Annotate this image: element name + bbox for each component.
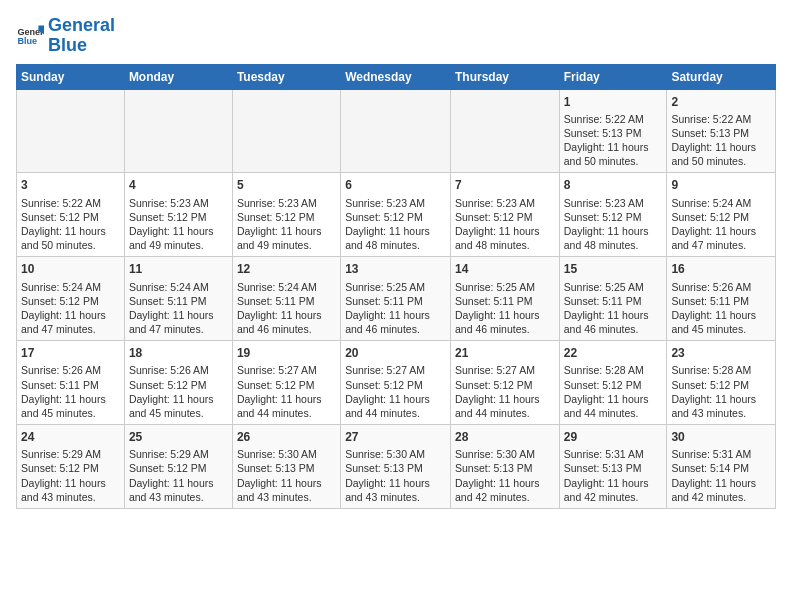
day-number: 9 <box>671 177 771 193</box>
calendar-cell: 18Sunrise: 5:26 AMSunset: 5:12 PMDayligh… <box>124 341 232 425</box>
calendar-cell: 27Sunrise: 5:30 AMSunset: 5:13 PMDayligh… <box>341 425 451 509</box>
day-info: Sunset: 5:13 PM <box>455 461 555 475</box>
calendar-cell: 1Sunrise: 5:22 AMSunset: 5:13 PMDaylight… <box>559 89 667 173</box>
calendar-cell: 15Sunrise: 5:25 AMSunset: 5:11 PMDayligh… <box>559 257 667 341</box>
day-info: Sunrise: 5:29 AM <box>21 447 120 461</box>
day-header-monday: Monday <box>124 64 232 89</box>
day-info: Sunrise: 5:27 AM <box>345 363 446 377</box>
day-info: Sunset: 5:13 PM <box>564 461 663 475</box>
day-info: Daylight: 11 hours and 46 minutes. <box>237 308 336 336</box>
day-info: Daylight: 11 hours and 50 minutes. <box>671 140 771 168</box>
day-number: 4 <box>129 177 228 193</box>
day-info: Sunset: 5:11 PM <box>455 294 555 308</box>
day-info: Sunrise: 5:28 AM <box>671 363 771 377</box>
day-info: Sunrise: 5:24 AM <box>237 280 336 294</box>
day-info: Daylight: 11 hours and 43 minutes. <box>237 476 336 504</box>
day-info: Sunset: 5:12 PM <box>564 378 663 392</box>
day-info: Daylight: 11 hours and 43 minutes. <box>671 392 771 420</box>
calendar-cell <box>232 89 340 173</box>
header: General Blue GeneralBlue <box>16 16 776 56</box>
calendar-cell: 23Sunrise: 5:28 AMSunset: 5:12 PMDayligh… <box>667 341 776 425</box>
day-info: Sunrise: 5:23 AM <box>345 196 446 210</box>
day-number: 7 <box>455 177 555 193</box>
calendar-cell: 20Sunrise: 5:27 AMSunset: 5:12 PMDayligh… <box>341 341 451 425</box>
calendar-cell: 4Sunrise: 5:23 AMSunset: 5:12 PMDaylight… <box>124 173 232 257</box>
day-number: 23 <box>671 345 771 361</box>
day-number: 26 <box>237 429 336 445</box>
calendar-cell: 3Sunrise: 5:22 AMSunset: 5:12 PMDaylight… <box>17 173 125 257</box>
day-header-friday: Friday <box>559 64 667 89</box>
calendar-cell: 29Sunrise: 5:31 AMSunset: 5:13 PMDayligh… <box>559 425 667 509</box>
day-info: Daylight: 11 hours and 44 minutes. <box>564 392 663 420</box>
day-info: Daylight: 11 hours and 46 minutes. <box>455 308 555 336</box>
day-info: Sunrise: 5:24 AM <box>671 196 771 210</box>
day-number: 5 <box>237 177 336 193</box>
calendar-cell: 5Sunrise: 5:23 AMSunset: 5:12 PMDaylight… <box>232 173 340 257</box>
day-info: Sunset: 5:13 PM <box>345 461 446 475</box>
calendar-cell: 17Sunrise: 5:26 AMSunset: 5:11 PMDayligh… <box>17 341 125 425</box>
week-row-2: 3Sunrise: 5:22 AMSunset: 5:12 PMDaylight… <box>17 173 776 257</box>
day-info: Sunrise: 5:27 AM <box>455 363 555 377</box>
calendar-cell: 22Sunrise: 5:28 AMSunset: 5:12 PMDayligh… <box>559 341 667 425</box>
day-info: Sunset: 5:11 PM <box>564 294 663 308</box>
day-info: Sunrise: 5:31 AM <box>564 447 663 461</box>
day-info: Sunset: 5:11 PM <box>671 294 771 308</box>
day-info: Daylight: 11 hours and 44 minutes. <box>237 392 336 420</box>
calendar-cell: 6Sunrise: 5:23 AMSunset: 5:12 PMDaylight… <box>341 173 451 257</box>
calendar-cell: 7Sunrise: 5:23 AMSunset: 5:12 PMDaylight… <box>450 173 559 257</box>
day-info: Sunrise: 5:22 AM <box>564 112 663 126</box>
day-info: Daylight: 11 hours and 42 minutes. <box>455 476 555 504</box>
day-info: Daylight: 11 hours and 48 minutes. <box>455 224 555 252</box>
logo: General Blue GeneralBlue <box>16 16 115 56</box>
header-row: SundayMondayTuesdayWednesdayThursdayFrid… <box>17 64 776 89</box>
day-number: 10 <box>21 261 120 277</box>
day-number: 13 <box>345 261 446 277</box>
day-number: 15 <box>564 261 663 277</box>
day-info: Sunset: 5:12 PM <box>345 210 446 224</box>
day-info: Daylight: 11 hours and 45 minutes. <box>671 308 771 336</box>
day-info: Sunrise: 5:24 AM <box>21 280 120 294</box>
day-info: Sunrise: 5:25 AM <box>564 280 663 294</box>
day-info: Sunset: 5:13 PM <box>564 126 663 140</box>
day-header-saturday: Saturday <box>667 64 776 89</box>
day-info: Sunrise: 5:29 AM <box>129 447 228 461</box>
day-number: 11 <box>129 261 228 277</box>
day-info: Sunset: 5:12 PM <box>21 461 120 475</box>
day-info: Daylight: 11 hours and 42 minutes. <box>671 476 771 504</box>
calendar-cell: 12Sunrise: 5:24 AMSunset: 5:11 PMDayligh… <box>232 257 340 341</box>
logo-text: GeneralBlue <box>48 16 115 56</box>
day-number: 25 <box>129 429 228 445</box>
day-info: Daylight: 11 hours and 47 minutes. <box>129 308 228 336</box>
day-number: 12 <box>237 261 336 277</box>
day-header-sunday: Sunday <box>17 64 125 89</box>
calendar-cell: 28Sunrise: 5:30 AMSunset: 5:13 PMDayligh… <box>450 425 559 509</box>
day-number: 22 <box>564 345 663 361</box>
logo-icon: General Blue <box>16 22 44 50</box>
day-number: 29 <box>564 429 663 445</box>
calendar-cell: 13Sunrise: 5:25 AMSunset: 5:11 PMDayligh… <box>341 257 451 341</box>
calendar-cell: 10Sunrise: 5:24 AMSunset: 5:12 PMDayligh… <box>17 257 125 341</box>
day-info: Sunset: 5:11 PM <box>129 294 228 308</box>
day-number: 17 <box>21 345 120 361</box>
day-info: Daylight: 11 hours and 45 minutes. <box>129 392 228 420</box>
day-info: Sunrise: 5:22 AM <box>671 112 771 126</box>
day-info: Sunrise: 5:26 AM <box>21 363 120 377</box>
calendar-cell <box>17 89 125 173</box>
calendar-cell: 2Sunrise: 5:22 AMSunset: 5:13 PMDaylight… <box>667 89 776 173</box>
day-info: Sunset: 5:12 PM <box>564 210 663 224</box>
svg-text:Blue: Blue <box>17 36 37 46</box>
day-info: Sunset: 5:12 PM <box>671 210 771 224</box>
day-info: Daylight: 11 hours and 43 minutes. <box>129 476 228 504</box>
day-number: 16 <box>671 261 771 277</box>
week-row-1: 1Sunrise: 5:22 AMSunset: 5:13 PMDaylight… <box>17 89 776 173</box>
day-info: Sunset: 5:12 PM <box>21 294 120 308</box>
day-info: Daylight: 11 hours and 46 minutes. <box>564 308 663 336</box>
day-number: 3 <box>21 177 120 193</box>
day-info: Daylight: 11 hours and 46 minutes. <box>345 308 446 336</box>
day-number: 21 <box>455 345 555 361</box>
day-info: Sunrise: 5:23 AM <box>564 196 663 210</box>
day-info: Daylight: 11 hours and 45 minutes. <box>21 392 120 420</box>
day-info: Sunset: 5:12 PM <box>129 461 228 475</box>
day-info: Sunrise: 5:23 AM <box>237 196 336 210</box>
day-info: Sunrise: 5:26 AM <box>671 280 771 294</box>
